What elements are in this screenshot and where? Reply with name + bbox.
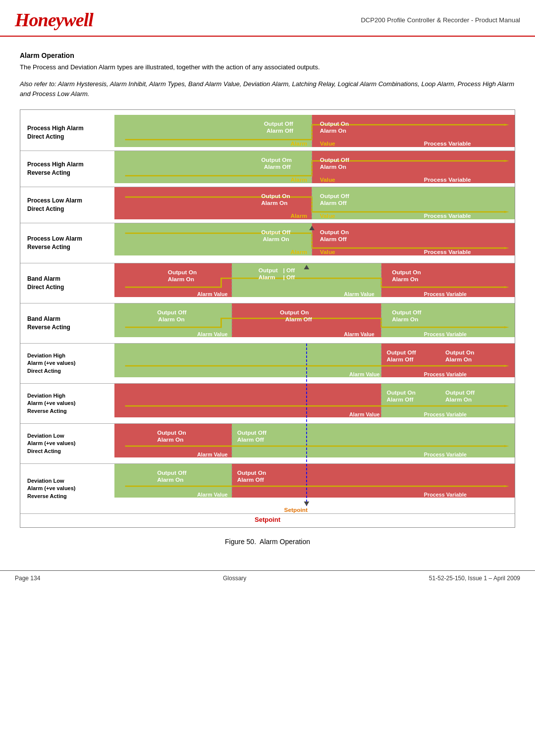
alarm-name-line2: Reverse Acting <box>27 169 109 177</box>
svg-text:Alarm  Off: Alarm Off <box>285 316 312 322</box>
alarm-name-line2: Alarm (+ve values) <box>27 485 109 492</box>
svg-text:Output: Output <box>259 267 278 273</box>
alarm-label: Deviation High Alarm (+ve values) Revers… <box>20 384 114 423</box>
alarm-name-line1: Process Low Alarm <box>27 197 109 205</box>
svg-text:Alarm On: Alarm On <box>157 437 183 443</box>
svg-text:Process Variable: Process Variable <box>424 141 471 147</box>
alarm-name-line1: Deviation High <box>27 392 109 400</box>
section-title: Alarm Operation <box>20 51 515 59</box>
svg-text:Alarm On: Alarm On <box>445 356 472 362</box>
svg-text:Alarm On: Alarm On <box>157 477 183 483</box>
svg-text:Alarm Value: Alarm Value <box>197 452 228 457</box>
svg-text:Output On: Output On <box>320 121 349 127</box>
svg-text:| Off: | Off <box>283 274 295 280</box>
svg-rect-78 <box>114 344 381 377</box>
section-body: The Process and Deviation Alarm types ar… <box>20 62 515 72</box>
svg-text:Alarm: Alarm <box>291 141 308 147</box>
svg-rect-112 <box>232 464 515 498</box>
alarm-name-line2: Reverse Acting <box>27 243 109 252</box>
alarm-row-band-direct: Band Alarm Direct Acting <box>20 263 515 303</box>
svg-text:Alarm On: Alarm On <box>158 316 184 322</box>
figure-title: Alarm Operation <box>260 538 310 546</box>
svg-text:Alarm Value: Alarm Value <box>197 292 228 297</box>
figure-caption: Figure 50. Alarm Operation <box>20 538 515 546</box>
alarm-name-line1: Band Alarm <box>27 315 109 323</box>
alarm-diagram: Output Om Alarm Off Alarm Output Off Ala… <box>114 151 515 187</box>
svg-text:Output Off: Output Off <box>157 470 186 476</box>
svg-text:Process Variable: Process Variable <box>424 372 467 377</box>
svg-text:Alarm Off: Alarm Off <box>267 128 293 134</box>
svg-text:Process Variable: Process Variable <box>424 452 467 457</box>
svg-text:Output Off: Output Off <box>386 350 416 355</box>
alarm-row-process-low-reverse: Process Low Alarm Reverse Acting Output … <box>20 223 515 263</box>
alarm-name-line2: Reverse Acting <box>27 323 109 332</box>
alarm-diagram: Output On Alarm On Alarm Output Off Alar… <box>114 187 515 223</box>
header: Honeywell DCP200 Profile Controller & Re… <box>0 0 535 37</box>
alarm-row-dev-high-direct: Deviation High Alarm (+ve values) Direct… <box>20 344 515 384</box>
alarm-name-line1: Process High Alarm <box>27 124 109 133</box>
svg-text:Alarm Value: Alarm Value <box>197 492 228 498</box>
svg-text:Alarm On: Alarm On <box>392 316 418 322</box>
alarm-name-line2: Direct Acting <box>27 133 109 141</box>
alarm-label: Deviation Low Alarm (+ve values) Reverse… <box>20 464 114 513</box>
setpoint-label-red: Setpoint <box>255 516 280 523</box>
svg-text:Alarm On: Alarm On <box>445 397 472 403</box>
alarm-diagram: Output Off Alarm Off Output On Alarm On … <box>114 344 515 383</box>
svg-rect-89 <box>114 384 381 417</box>
svg-text:| Off: | Off <box>283 267 295 273</box>
svg-text:Alarm Value: Alarm Value <box>344 332 374 337</box>
svg-text:Alarm Value: Alarm Value <box>197 332 228 337</box>
svg-text:Output Off: Output Off <box>392 309 421 315</box>
svg-text:Output On: Output On <box>261 193 290 199</box>
alarm-name-line3: Direct Acting <box>27 367 109 375</box>
diagram-container: Process High Alarm Direct Acting Output … <box>20 109 515 528</box>
svg-text:Output On: Output On <box>445 350 475 355</box>
alarm-name-line1: Process Low Alarm <box>27 235 109 243</box>
svg-text:Alarm On: Alarm On <box>261 200 287 206</box>
alarm-name-line2: Alarm (+ve values) <box>27 359 109 367</box>
alarm-row-process-high-reverse: Process High Alarm Reverse Acting Output… <box>20 151 515 187</box>
alarm-row-dev-low-reverse: Deviation Low Alarm (+ve values) Reverse… <box>20 464 515 514</box>
alarm-name-line1: Deviation Low <box>27 432 109 440</box>
alarm-label: Process Low Alarm Reverse Acting <box>20 223 114 263</box>
alarm-label: Process High Alarm Reverse Acting <box>20 151 114 187</box>
svg-text:Alarm Off: Alarm Off <box>386 356 413 362</box>
alarm-diagram: Output On Alarm On Output Off Alarm Off … <box>114 424 515 463</box>
svg-text:Process Variable: Process Variable <box>424 213 471 219</box>
main-content: Alarm Operation The Process and Deviatio… <box>0 37 535 560</box>
svg-text:Alarm: Alarm <box>291 249 308 255</box>
svg-text:Alarm Off: Alarm Off <box>237 437 264 443</box>
alarm-label: Band Alarm Reverse Acting <box>20 303 114 343</box>
svg-text:Output Om: Output Om <box>261 157 292 163</box>
alarm-name-line2: Direct Acting <box>27 205 109 213</box>
svg-text:Output On: Output On <box>157 430 186 436</box>
svg-text:Alarm: Alarm <box>259 274 275 280</box>
svg-text:Output Off: Output Off <box>237 430 267 436</box>
alarm-label: Band Alarm Direct Acting <box>20 263 114 303</box>
alarm-row-dev-high-reverse: Deviation High Alarm (+ve values) Revers… <box>20 384 515 424</box>
alarm-name-line1: Deviation High <box>27 352 109 359</box>
alarm-row-dev-low-direct: Deviation Low Alarm (+ve values) Direct … <box>20 424 515 464</box>
svg-text:Output On: Output On <box>392 269 421 275</box>
footer: Page 134 Glossary 51-52-25-150, Issue 1 … <box>0 570 535 586</box>
svg-text:Value: Value <box>320 213 335 219</box>
svg-text:Alarm Off: Alarm Off <box>320 236 347 242</box>
alarm-label: Deviation Low Alarm (+ve values) Direct … <box>20 424 114 463</box>
svg-text:Alarm Off: Alarm Off <box>264 164 291 170</box>
alarm-diagram: Output Off Alarm Off Alarm Output On Ala… <box>114 115 515 151</box>
svg-text:Process Variable: Process Variable <box>424 292 467 297</box>
alarm-label: Process Low Alarm Direct Acting <box>20 187 114 223</box>
svg-text:Output Off: Output Off <box>261 229 290 235</box>
alarm-diagram: Output On Alarm Off Output Off Alarm On … <box>114 384 515 423</box>
svg-text:Output On: Output On <box>237 470 267 476</box>
alarm-name-line2: Alarm (+ve values) <box>27 440 109 447</box>
svg-text:Output On: Output On <box>320 229 349 235</box>
svg-text:Output Off: Output Off <box>157 309 186 315</box>
alarm-name-line3: Reverse Acting <box>27 493 109 500</box>
svg-rect-101 <box>232 424 515 457</box>
alarm-row-band-reverse: Band Alarm Reverse Acting Output Off Ala… <box>20 303 515 344</box>
svg-text:Alarm Off: Alarm Off <box>320 200 347 206</box>
svg-text:Process Variable: Process Variable <box>424 332 467 337</box>
svg-text:Output Off: Output Off <box>264 121 293 127</box>
svg-text:Alarm On: Alarm On <box>168 276 194 282</box>
